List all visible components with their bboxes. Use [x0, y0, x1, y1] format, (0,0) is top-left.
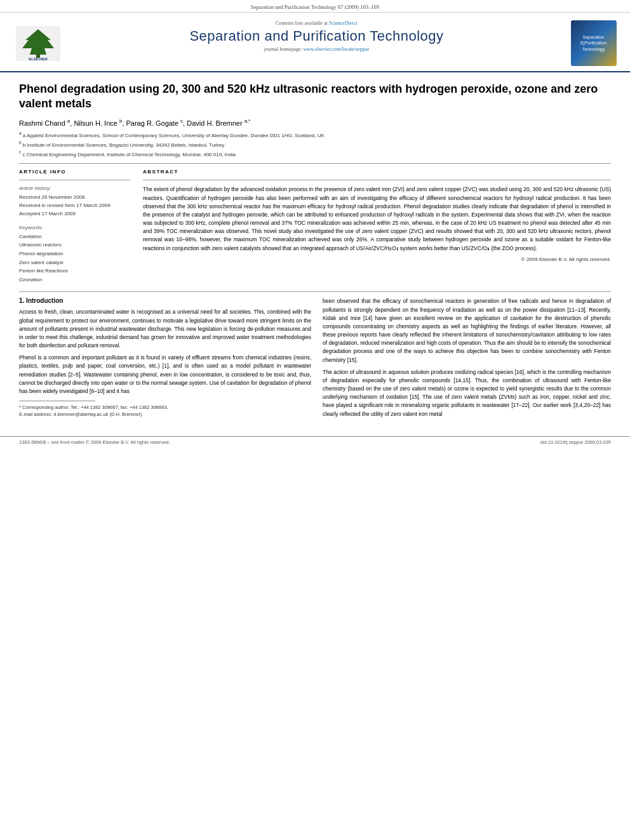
right-col-text: been observed that the efficacy of sonoc… [323, 297, 611, 418]
topbar-text: Separation and Purification Technology 6… [251, 4, 379, 10]
keywords-list: Cavitation Ultrasonic reactors Phenol de… [19, 232, 130, 284]
abstract-label: ABSTRACT [143, 169, 611, 175]
article-body: Phenol degradation using 20, 300 and 520… [0, 72, 630, 430]
footnote-rule [19, 401, 95, 401]
bottom-bar: 1383-5866/$ – see front matter © 2009 El… [0, 436, 630, 448]
abstract-col: ABSTRACT The extent of phenol degradatio… [143, 169, 611, 284]
keywords-section: Keywords: Cavitation Ultrasonic reactors… [19, 225, 130, 284]
svg-text:ELSEVIER: ELSEVIER [29, 57, 48, 61]
divider-1 [19, 163, 611, 164]
journal-homepage: journal homepage: www.elsevier.com/locat… [70, 46, 563, 52]
article-info-label: ARTICLE INFO [19, 169, 130, 175]
elsevier-logo: ELSEVIER [13, 20, 64, 66]
journal-name: Separation and Purification Technology [70, 28, 563, 44]
keyword-6: Ozonation [19, 276, 130, 284]
intro-heading: 1. Introduction [19, 297, 311, 304]
divider-3 [143, 180, 611, 180]
doi-text: doi:10.1016/j.seppur.2009.03.035 [540, 439, 611, 445]
intro-para-1: Access to fresh, clean, uncontaminated w… [19, 308, 311, 396]
keyword-2: Ultrasonic reactors [19, 241, 130, 250]
main-content: 1. Introduction Access to fresh, clean, … [19, 297, 611, 423]
received-revised-date: Received in revised form 17 March 2009 [19, 202, 130, 210]
footnote-star: * Corresponding author. Tel.: +44 1382 3… [19, 404, 311, 411]
authors: Rashmi Chand a, Nilsun H. Ince b, Parag … [19, 118, 611, 127]
article-info-col: ARTICLE INFO Article history: Received 2… [19, 169, 130, 284]
received-date: Received 26 November 2008 [19, 194, 130, 202]
accepted-date: Accepted 17 March 2009 [19, 210, 130, 218]
homepage-link[interactable]: www.elsevier.com/locate/seppur [303, 46, 369, 52]
keyword-1: Cavitation [19, 232, 130, 241]
thumbnail-text: Separation E|Purification Technology [580, 34, 607, 51]
journal-title-block: Contents lists available at ScienceDirec… [64, 20, 570, 66]
footnote-email: E-mail address: d.bremner@abertay.ac.uk … [19, 411, 311, 418]
info-abstract-section: ARTICLE INFO Article history: Received 2… [19, 169, 611, 284]
right-paragraph-1: been observed that the efficacy of sonoc… [323, 297, 611, 364]
article-title: Phenol degradation using 20, 300 and 520… [19, 82, 611, 112]
affiliation-b: b b Institute of Environmental Sciences,… [19, 140, 611, 149]
journal-citation: Separation and Purification Technology 6… [0, 0, 630, 13]
abstract-text: The extent of phenol degradation by the … [143, 185, 611, 252]
issn-text: 1383-5866/$ – see front matter © 2009 El… [19, 439, 170, 445]
keyword-3: Phenol degradation [19, 250, 130, 258]
divider-4 [19, 291, 611, 292]
journal-header: ELSEVIER Contents lists available at Sci… [0, 15, 630, 72]
divider-2 [19, 180, 130, 180]
history-label: Article history: [19, 185, 130, 191]
keyword-4: Zero valent catalyst [19, 258, 130, 267]
right-paragraph-2: The action of ultrasound in aqueous solu… [323, 368, 611, 418]
contents-line: Contents lists available at ScienceDirec… [70, 20, 563, 26]
journal-thumbnail: Separation E|Purification Technology [570, 20, 617, 66]
affiliation-a: a a Applied Environmental Sciences, Scho… [19, 130, 611, 140]
copyright-line: © 2009 Elsevier B.V. All rights reserved… [143, 257, 611, 262]
page-container: Separation and Purification Technology 6… [0, 0, 630, 840]
sciencedirect-link[interactable]: ScienceDirect [329, 20, 358, 26]
main-left-col: 1. Introduction Access to fresh, clean, … [19, 297, 311, 423]
main-right-col: been observed that the efficacy of sonoc… [323, 297, 611, 423]
keywords-label: Keywords: [19, 225, 130, 230]
affiliation-c: c c Chemical Engineering Department, Ins… [19, 149, 611, 159]
affiliations: a a Applied Environmental Sciences, Scho… [19, 130, 611, 158]
keyword-5: Fenton like Reactions [19, 267, 130, 276]
thumbnail-box: Separation E|Purification Technology [571, 20, 617, 66]
intro-paragraph-2: Phenol is a common and important polluta… [19, 354, 311, 396]
elsevier-logo-svg: ELSEVIER [16, 26, 60, 61]
intro-paragraph-1: Access to fresh, clean, uncontaminated w… [19, 308, 311, 350]
